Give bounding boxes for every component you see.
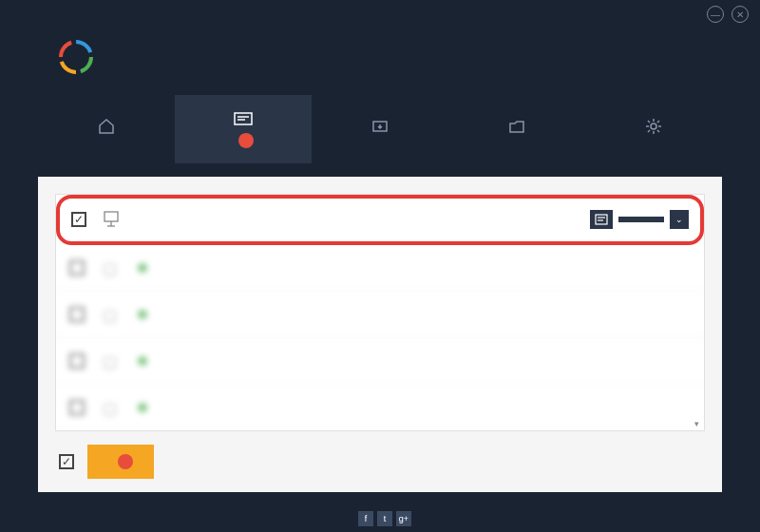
checkbox[interactable]: [69, 353, 85, 369]
status-dot-icon: [138, 310, 147, 319]
driver-row: ▢: [56, 385, 704, 431]
driver-row: ▢: [56, 245, 704, 292]
device-icon: ▢: [98, 396, 121, 419]
status-dot-icon: [138, 263, 147, 273]
logo-icon: [57, 38, 95, 76]
driver-row: ▢: [56, 338, 704, 385]
audio-icon: ▢: [98, 303, 121, 326]
restore-icon: [506, 118, 527, 135]
display-icon: ▢: [98, 256, 121, 279]
gplus-icon[interactable]: g+: [396, 511, 411, 526]
svg-rect-4: [235, 113, 252, 124]
svg-rect-12: [596, 215, 607, 224]
status-dot-icon: [138, 356, 147, 366]
details-button[interactable]: [590, 210, 613, 229]
content-panel: ▴ ⌄ ▢ ▢ ▢: [38, 177, 722, 492]
update-dropdown-button[interactable]: ⌄: [670, 210, 689, 229]
gear-icon: [643, 118, 664, 135]
header: [0, 28, 760, 95]
checkbox[interactable]: [69, 307, 85, 322]
driver-row-realtek: ⌄: [58, 197, 702, 243]
svg-rect-9: [104, 212, 118, 221]
status-dot-icon: [138, 403, 147, 412]
updates-badge: [238, 133, 254, 148]
backup-icon: [370, 118, 390, 135]
device-icon: ▢: [98, 350, 121, 372]
update-button[interactable]: [618, 217, 664, 222]
select-all-checkbox[interactable]: [59, 454, 74, 469]
bottom-bar: f t g+: [0, 511, 760, 526]
tab-home[interactable]: [38, 95, 175, 163]
updates-icon: [233, 110, 254, 127]
scroll-down-icon[interactable]: ▾: [692, 419, 701, 428]
driver-row: ▢: [56, 292, 704, 338]
facebook-icon[interactable]: f: [358, 511, 373, 526]
tab-restore[interactable]: [448, 95, 585, 163]
close-button[interactable]: ✕: [732, 6, 749, 23]
download-badge: [118, 454, 133, 469]
tab-driver-updates[interactable]: [175, 95, 312, 163]
tab-settings[interactable]: [585, 95, 722, 163]
checkbox[interactable]: [69, 260, 85, 276]
checkbox[interactable]: [69, 400, 85, 415]
home-icon: [96, 118, 117, 135]
driver-list: ▴ ⌄ ▢ ▢ ▢: [55, 194, 705, 431]
tab-bar: [0, 95, 760, 163]
twitter-icon[interactable]: t: [377, 511, 392, 526]
tab-backup[interactable]: [312, 95, 448, 163]
download-install-button[interactable]: [87, 445, 154, 479]
checkbox[interactable]: [71, 212, 86, 227]
svg-point-8: [651, 124, 656, 129]
minimize-button[interactable]: ―: [707, 6, 724, 23]
network-card-icon: [100, 208, 123, 231]
